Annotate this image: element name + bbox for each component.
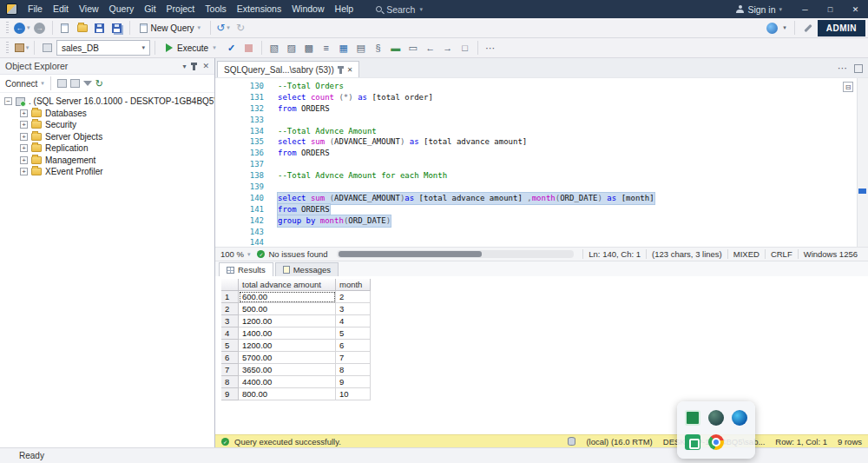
search-button[interactable]: Search ▾ (369, 4, 430, 15)
close-button[interactable]: ✕ (843, 0, 868, 18)
grid-row-header[interactable]: 8 (221, 376, 239, 388)
refresh-icon[interactable]: ↻ (95, 78, 103, 89)
menu-extensions[interactable]: Extensions (232, 0, 286, 18)
grid-cell[interactable]: 4400.00 (239, 376, 336, 388)
grid-cell[interactable]: 9 (336, 376, 371, 388)
tab-messages[interactable]: Messages (275, 262, 339, 276)
menu-help[interactable]: Help (330, 0, 359, 18)
minimize-button[interactable]: ─ (792, 0, 818, 18)
grid-cell[interactable]: 8 (336, 364, 371, 376)
tree-node-server[interactable]: − . (SQL Server 16.0.1000 - DESKTOP-1GB4… (0, 96, 214, 108)
expand-expander-icon[interactable]: + (20, 109, 28, 117)
grid-cell[interactable]: 1200.00 (239, 315, 336, 327)
grid-cell[interactable]: 3 (336, 303, 371, 315)
results-to-file-icon[interactable]: ▤ (353, 39, 369, 56)
filter-icon[interactable] (83, 81, 92, 86)
code-line[interactable]: 142group by month(ORD_DATE) (215, 215, 857, 227)
indent-mode[interactable]: MIXED (727, 249, 765, 259)
grid-column-header[interactable]: total advance amount (239, 279, 336, 291)
toolbar-overflow-button[interactable]: ⋯ (483, 39, 498, 56)
grid-row-header[interactable]: 7 (221, 364, 239, 376)
grid-cell[interactable]: 800.00 (239, 388, 336, 400)
menu-window[interactable]: Window (286, 0, 329, 18)
code-editor[interactable]: 130--Total Orders131select count (*) as … (215, 77, 868, 247)
grid-row-header[interactable]: 2 (221, 303, 239, 315)
tree-node-management[interactable]: +Management (0, 155, 214, 167)
menu-file[interactable]: File (23, 0, 48, 18)
new-project-button[interactable] (57, 19, 73, 36)
parse-button[interactable]: ✓ (224, 39, 240, 56)
encoding[interactable]: Windows 1256 (798, 249, 863, 259)
menu-view[interactable]: View (74, 0, 104, 18)
code-line[interactable]: 138--Total Advnce Amount for each Month (215, 170, 857, 182)
grid-cell[interactable]: 5700.00 (239, 352, 336, 364)
increase-indent-icon[interactable]: → (440, 39, 456, 56)
comment-lines-icon[interactable]: ▬ (388, 39, 404, 56)
issues-indicator[interactable]: ✓ No issues found (257, 249, 327, 259)
menu-tools[interactable]: Tools (200, 0, 232, 18)
green-share-icon[interactable] (685, 434, 700, 450)
code-line[interactable]: 140select sum (ADVANCE_AMOUNT)as [total … (215, 193, 857, 204)
pin-icon[interactable] (193, 65, 195, 70)
signin-button[interactable]: Sign in ▾ (726, 4, 792, 15)
redo-button[interactable]: ↻ (233, 19, 248, 36)
save-button[interactable] (92, 19, 108, 36)
zoom-selector[interactable]: 100 % ▾ (220, 249, 257, 259)
edge-icon[interactable] (732, 410, 747, 426)
tree-node-security[interactable]: +Security (0, 119, 214, 131)
toolbar-grip[interactable] (6, 22, 9, 34)
connect-button[interactable]: Connect (5, 79, 37, 89)
save-all-button[interactable] (109, 19, 125, 36)
code-line[interactable]: 141from ORDERS (215, 204, 857, 215)
grid-cell[interactable]: 500.00 (239, 303, 336, 315)
tree-node-server-objects[interactable]: +Server Objects (0, 131, 214, 143)
actual-plan-icon[interactable]: ▩ (301, 39, 317, 56)
scrollbar-thumb[interactable] (339, 251, 482, 257)
line-ending[interactable]: CRLF (765, 249, 798, 259)
code-line[interactable]: 139 (215, 182, 857, 193)
grid-cell[interactable]: 2 (336, 291, 371, 303)
grid-row-header[interactable]: 6 (221, 352, 239, 364)
live-query-stats-icon[interactable]: ▨ (284, 39, 299, 56)
cancel-query-button[interactable] (241, 39, 257, 56)
tree-node-xevent-profiler[interactable]: +XEvent Profiler (0, 166, 214, 178)
code-line[interactable]: 135select sum (ADVANCE_AMOUNT) as [total… (215, 136, 857, 148)
database-combobox[interactable]: sales_DB ▾ (56, 40, 150, 56)
pencil-icon[interactable] (803, 23, 812, 33)
available-databases-button[interactable]: ▾ (14, 39, 30, 56)
navigate-forward-button[interactable]: → (32, 19, 48, 36)
code-line[interactable]: 132from ORDERS (215, 103, 857, 115)
pin-icon[interactable] (339, 69, 342, 74)
uncomment-lines-icon[interactable]: ▭ (405, 39, 421, 56)
editor-vertical-scrollbar[interactable] (857, 78, 868, 247)
grid-cell[interactable]: 4 (336, 315, 371, 327)
open-file-button[interactable] (75, 19, 90, 36)
code-line[interactable]: 133 (215, 115, 857, 126)
grid-cell[interactable]: 7 (336, 352, 371, 364)
teal-sphere-icon[interactable] (708, 410, 724, 426)
grid-cell[interactable]: 6 (336, 340, 371, 352)
menu-query[interactable]: Query (104, 0, 140, 18)
green-app-icon[interactable] (685, 410, 700, 426)
code-line[interactable]: 136from ORDERS (215, 148, 857, 159)
feedback-icon[interactable] (766, 23, 778, 34)
window-menu-icon[interactable]: ▾ (182, 63, 186, 70)
toolbar-grip[interactable] (6, 42, 9, 54)
query-options-icon[interactable]: □ (457, 39, 473, 56)
grid-cell[interactable]: 10 (336, 388, 371, 400)
outline-collapse-icon[interactable]: ⊟ (843, 82, 853, 92)
code-line[interactable]: 131select count (*) as [total order] (215, 92, 857, 103)
grid-row-header[interactable]: 3 (221, 315, 239, 327)
tab-overflow-icon[interactable]: ⋯ (838, 63, 847, 74)
grid-cell[interactable]: 1400.00 (239, 327, 336, 340)
menu-git[interactable]: Git (139, 0, 161, 18)
results-to-grid-icon[interactable]: ▦ (336, 39, 352, 56)
new-query-button[interactable]: New Query ▾ (135, 19, 207, 36)
disconnect-icon[interactable] (57, 79, 67, 88)
chevron-down-icon[interactable]: ▾ (783, 24, 786, 31)
expand-expander-icon[interactable]: + (20, 144, 28, 152)
grid-column-header[interactable]: month (336, 279, 371, 291)
code-line[interactable]: 137 (215, 159, 857, 170)
close-panel-icon[interactable]: ✕ (202, 62, 209, 70)
navigate-back-button[interactable]: ← ▾ (14, 19, 30, 36)
